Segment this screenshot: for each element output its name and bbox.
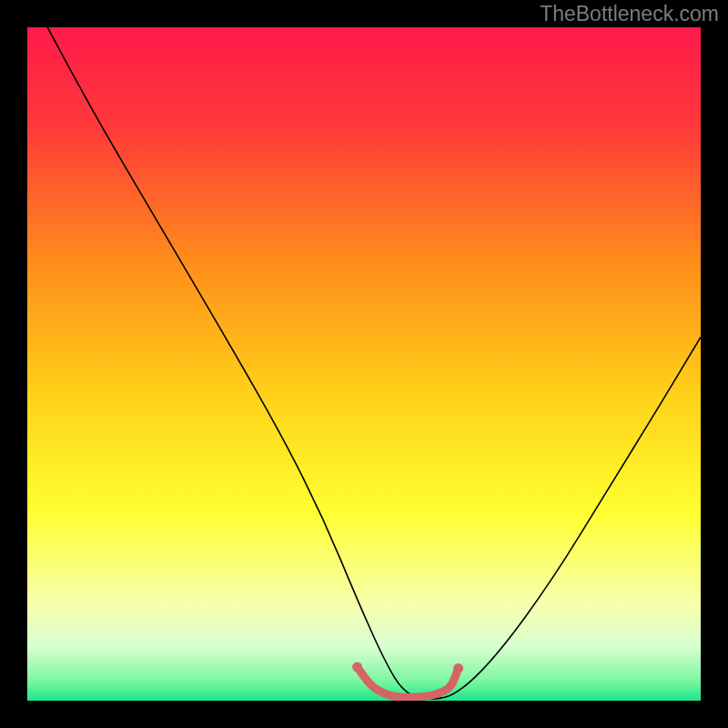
highlight-end-dot: [352, 662, 362, 672]
gradient-background: [27, 27, 701, 701]
chart-outer: TheBottleneck.com: [0, 0, 728, 728]
watermark-text: TheBottleneck.com: [540, 2, 719, 26]
plot-area: [27, 27, 701, 701]
chart-svg: [27, 27, 701, 701]
highlight-end-dot: [453, 663, 463, 673]
